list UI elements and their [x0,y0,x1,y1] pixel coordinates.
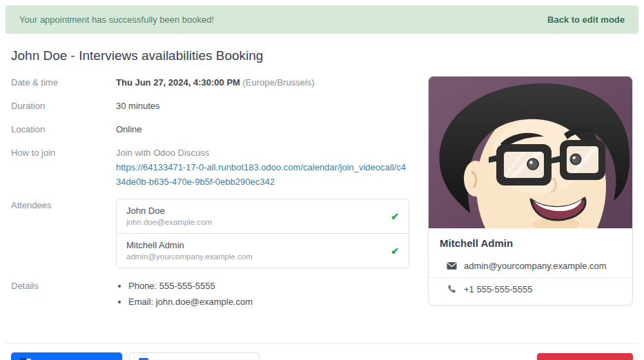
location-value: Online [116,123,142,137]
detail-item-phone: Phone: 555-555-5555 [128,279,253,293]
attendees-list: John Doe john.doe@example.com ✔ Mitchell… [116,199,409,268]
success-message: Your appointment has successfully been b… [19,14,214,25]
outlook-icon [20,357,31,360]
success-banner: Your appointment has successfully been b… [6,6,638,34]
location-row: Location Online [11,123,414,137]
google-calendar-icon: 31 [138,357,149,360]
page-title: John Doe - Interviews availabilities Boo… [11,48,633,63]
schedule-another-appointment-link[interactable]: Schedule another appointment [400,358,522,360]
datetime-value: Thu Jun 27, 2024, 4:30:00 PM (Europe/Bru… [116,76,315,90]
how-to-join-row: How to join Join with Odoo Discuss https… [11,146,414,189]
appointment-info-column: Date & time Thu Jun 27, 2024, 4:30:00 PM… [11,76,414,321]
main-content: Date & time Thu Jun 27, 2024, 4:30:00 PM… [6,76,638,321]
datetime-row: Date & time Thu Jun 27, 2024, 4:30:00 PM… [11,76,414,90]
location-label: Location [11,123,116,137]
attendee-row: Mitchell Admin admin@yourcompany.example… [117,233,409,268]
accepted-check-icon: ✔ [391,244,399,258]
timezone-text: (Europe/Brussels) [243,77,315,88]
details-row: Details Phone: 555-555-5555 Email: john.… [11,279,414,311]
attendee-info: John Doe john.doe@example.com [126,205,391,228]
cancel-button-label: Cancel/Reschedule [546,358,624,360]
how-to-join-label: How to join [11,146,116,189]
attendee-name: Mitchell Admin [126,239,391,252]
details-label: Details [11,279,116,311]
details-value: Phone: 555-555-5555 Email: john.doe@exam… [116,279,253,311]
operator-email-row: admin@yourcompany.example.com [429,254,632,277]
operator-phone: +1 555-555-5555 [464,284,532,294]
duration-value: 30 minutes [116,99,160,113]
details-list: Phone: 555-555-5555 Email: john.doe@exam… [116,279,253,309]
card-padding [429,301,632,305]
phone-icon [447,284,457,294]
operator-card: Mitchell Admin admin@yourcompany.example… [428,76,633,306]
attendee-row: John Doe john.doe@example.com ✔ [117,199,409,233]
join-method-text: Join with Odoo Discuss [116,146,409,160]
footer-action-bar: Add to iCal/Outlook 31 Add to Google Age… [6,343,638,360]
attendee-name: John Doe [126,205,391,217]
envelope-icon [447,261,457,271]
booking-confirmation-page: Your appointment has successfully been b… [0,0,644,360]
attendees-label: Attendees [11,199,116,268]
ical-button-label: Add to iCal/Outlook [36,358,113,360]
add-to-ical-outlook-button[interactable]: Add to iCal/Outlook [11,352,122,360]
attendee-info: Mitchell Admin admin@yourcompany.example… [126,239,391,262]
add-to-google-agenda-button[interactable]: 31 Add to Google Agenda [129,352,260,360]
attendees-row: Attendees John Doe john.doe@example.com … [11,199,414,268]
duration-row: Duration 30 minutes [11,99,414,113]
datetime-text: Thu Jun 27, 2024, 4:30:00 PM [116,77,240,88]
duration-label: Duration [11,99,116,113]
operator-phone-row: +1 555-555-5555 [429,277,632,301]
google-button-label: Add to Google Agenda [154,358,251,360]
operator-email: admin@yourcompany.example.com [464,261,607,271]
attendee-email: admin@yourcompany.example.com [126,252,391,262]
operator-avatar [429,77,632,228]
detail-item-email: Email: john.doe@example.com [128,295,253,309]
operator-name: Mitchell Admin [429,228,632,254]
cancel-reschedule-button[interactable]: Cancel/Reschedule [537,353,633,360]
back-to-edit-mode-link[interactable]: Back to edit mode [547,14,625,25]
datetime-label: Date & time [11,76,116,90]
attendee-email: john.doe@example.com [126,217,391,228]
how-to-join-value: Join with Odoo Discuss https://64133471-… [116,146,409,189]
videocall-link[interactable]: https://64133471-17-0-all.runbot183.odoo… [116,160,409,189]
accepted-check-icon: ✔ [391,210,399,223]
